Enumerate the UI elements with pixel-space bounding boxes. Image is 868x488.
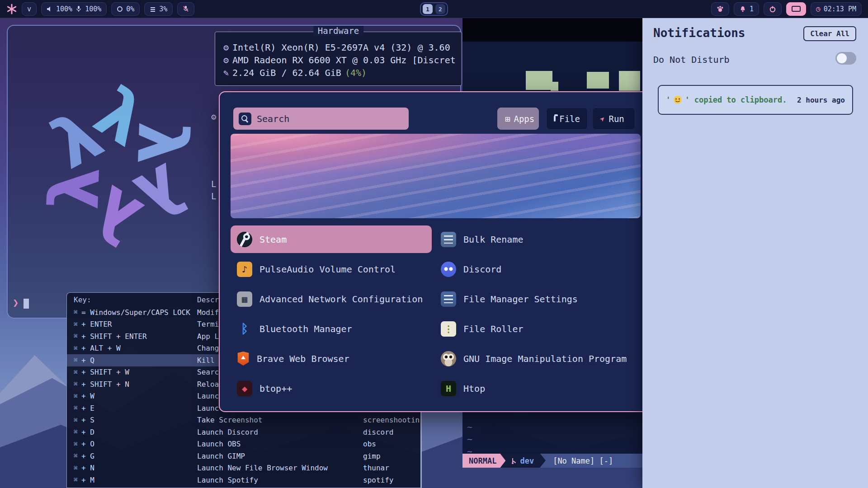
keybind-row: ⌘+ MLaunch Spotifyspotify xyxy=(67,474,420,486)
power-button[interactable] xyxy=(764,2,782,16)
discord-icon xyxy=(441,262,456,277)
tab-run[interactable]: ➤ Run xyxy=(592,108,635,130)
layers-icon xyxy=(150,6,156,12)
vim-filename-segment: [No Name] [-] xyxy=(540,454,643,468)
app-launcher: Search ⊞ Apps File ➤ Run Steam ♪PulseAud… xyxy=(219,91,651,412)
app-item-brave[interactable]: Brave Web Browser xyxy=(231,345,432,372)
workspace-1[interactable]: 1 xyxy=(423,4,433,14)
vim-titlebar xyxy=(462,18,643,42)
clock-icon: ◷ xyxy=(816,5,821,13)
gpu-line: ⚙AMD Radeon RX 6600 XT @ 0.03 GHz [Discr… xyxy=(223,54,453,66)
paw-icon xyxy=(717,5,724,12)
clock-widget[interactable]: ◷ 02:13 PM xyxy=(811,2,862,16)
brightness-widget[interactable]: 0% xyxy=(111,2,140,16)
desktop: λ λ λ λ λ λ ❯ Hardware ⚙Intel(R) Xeon(R)… xyxy=(0,0,868,488)
app-item-gimp[interactable]: GNU Image Manipulation Program xyxy=(434,345,638,372)
launcher-banner-image xyxy=(231,134,641,218)
vim-tilde: ~ xyxy=(467,422,472,432)
app-item-btop[interactable]: ◆btop++ xyxy=(231,375,432,402)
terminal-cursor xyxy=(24,299,29,309)
do-not-disturb-toggle[interactable] xyxy=(835,52,856,65)
terminal-fragment: L xyxy=(211,191,216,201)
top-bar: v 100% 100% 0% 3% 1 2 1 xyxy=(0,0,868,18)
keybind-row: ⌘+ OLaunch OBSobs xyxy=(67,438,420,450)
terminal-fragment: ⚙ xyxy=(211,112,216,122)
gimp-icon xyxy=(441,351,456,366)
app-item-bulk-rename[interactable]: Bulk Rename xyxy=(434,225,638,253)
color-picker-button[interactable] xyxy=(711,2,729,16)
app-item-network-config[interactable]: ▦Advanced Network Configuration xyxy=(231,285,432,313)
do-not-disturb-label: Do Not Disturb xyxy=(653,54,730,65)
bluetooth-icon: ᛒ xyxy=(237,321,252,337)
search-icon xyxy=(239,113,251,125)
rocket-icon: ➤ xyxy=(597,113,608,124)
git-branch-icon xyxy=(511,457,517,465)
app-item-file-manager-settings[interactable]: File Manager Settings xyxy=(434,285,638,313)
super-key-icon: ⌘ xyxy=(74,344,78,352)
mic-muted-widget[interactable] xyxy=(177,2,194,16)
cpu-line: ⚙Intel(R) Xeon(R) E5-2697A v4 (32) @ 3.6… xyxy=(223,41,453,54)
app-item-bluetooth[interactable]: ᛒBluetooth Manager xyxy=(231,315,432,343)
super-key-icon: ⌘ xyxy=(74,392,78,400)
vim-mode-segment: NORMAL xyxy=(462,454,505,468)
nixos-flake-icon[interactable] xyxy=(6,4,17,14)
volume-widget[interactable]: 100% 100% xyxy=(41,2,107,16)
workspace-switcher: 1 2 xyxy=(420,2,448,16)
hardware-info-box: Hardware ⚙Intel(R) Xeon(R) E5-2697A v4 (… xyxy=(215,32,462,86)
brave-shield-icon xyxy=(237,352,250,366)
notifications-title: Notifications xyxy=(653,26,745,40)
super-key-icon: ⌘ xyxy=(74,404,78,412)
super-key-icon: ⌘ xyxy=(74,452,78,460)
mic-muted-icon xyxy=(183,5,189,12)
super-key-icon: ⌘ xyxy=(74,416,78,424)
keybind-row: ⌘+ STake Screenshotscreenshootin xyxy=(67,414,420,427)
vim-tilde: ~ xyxy=(467,434,472,445)
keybind-row: ⌘+ GLaunch GIMPgimp xyxy=(67,450,420,462)
notification-text: ' copied to clipboard. xyxy=(685,95,787,104)
terminal-pixel-block xyxy=(619,71,640,91)
shell-prompt: ❯ xyxy=(13,297,19,308)
workspace-2[interactable]: 2 xyxy=(435,4,445,14)
keybind-row: ⌘+ DLaunch Discorddiscord xyxy=(67,426,420,438)
terminal-pixel-block xyxy=(587,72,609,89)
search-input[interactable]: Search xyxy=(233,108,409,130)
super-key-icon: ⌘ xyxy=(74,368,78,376)
app-item-file-roller[interactable]: ⋮File Roller xyxy=(434,315,638,343)
app-item-steam[interactable]: Steam xyxy=(231,225,432,253)
app-grid: Steam ♪PulseAudio Volume Control ▦Advanc… xyxy=(231,225,638,402)
apps-grid-icon: ⊞ xyxy=(505,114,510,124)
notification-card[interactable]: ' ' copied to clipboard. 2 hours ago xyxy=(658,85,853,115)
vim-statusline: NORMAL dev [No Name] [-] xyxy=(462,454,643,468)
notification-time: 2 hours ago xyxy=(797,96,845,104)
clear-all-button[interactable]: Clear All xyxy=(803,26,856,41)
terminal-pixel-block xyxy=(551,82,558,91)
terminal-pixel-block xyxy=(526,71,552,90)
keybind-row: ⌘+ NLaunch New File Browser Windowthunar xyxy=(67,462,420,474)
bell-icon xyxy=(739,5,746,13)
super-key-icon: ⌘ xyxy=(74,476,78,484)
microphone-icon xyxy=(75,5,82,12)
app-item-htop[interactable]: HHtop xyxy=(434,375,638,402)
btop-icon: ◆ xyxy=(237,381,252,396)
notifications-bell-button[interactable]: 1 xyxy=(734,2,759,16)
super-key-icon: ⌘ xyxy=(74,332,78,340)
app-item-pulseaudio[interactable]: ♪PulseAudio Volume Control xyxy=(231,255,432,283)
super-key-icon: ⌘ xyxy=(74,320,78,328)
steam-icon xyxy=(237,232,252,247)
app-item-discord[interactable]: Discord xyxy=(434,255,638,283)
super-key-icon: ⌘ xyxy=(74,428,78,436)
htop-icon: H xyxy=(441,381,456,396)
super-key-icon: ⌘ xyxy=(74,308,78,316)
usage-widget[interactable]: 3% xyxy=(144,2,173,16)
version-menu-button[interactable]: v xyxy=(22,2,37,16)
cpu-icon: ⚙ xyxy=(223,42,229,53)
tab-file[interactable]: File xyxy=(546,108,588,130)
hardware-box-title: Hardware xyxy=(313,26,364,36)
screen-record-button[interactable] xyxy=(786,2,806,16)
bulk-rename-icon xyxy=(441,232,456,247)
pulseaudio-icon: ♪ xyxy=(237,262,252,277)
super-key-icon: ⌘ xyxy=(74,464,78,472)
memory-line: ✎2.24 GiB / 62.64 GiB(4%) xyxy=(223,66,453,79)
power-icon xyxy=(769,5,776,13)
tab-apps[interactable]: ⊞ Apps xyxy=(497,108,539,130)
